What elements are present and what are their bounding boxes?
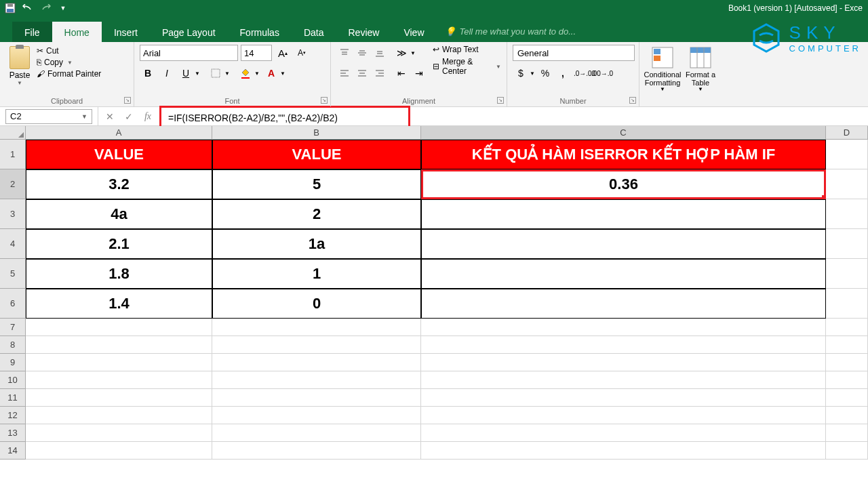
- cell[interactable]: [421, 407, 826, 424]
- col-header-d[interactable]: D: [826, 126, 868, 139]
- cell[interactable]: 1: [212, 259, 421, 289]
- cell-selected[interactable]: 0.36: [421, 169, 826, 199]
- cell[interactable]: [826, 140, 868, 169]
- dialog-launcher-icon[interactable]: ↘: [629, 97, 636, 104]
- cell[interactable]: [421, 424, 826, 442]
- cell[interactable]: [212, 407, 421, 424]
- cell[interactable]: [421, 199, 826, 229]
- cell[interactable]: [826, 289, 868, 319]
- align-middle-icon[interactable]: [354, 45, 370, 61]
- fill-dropdown-icon[interactable]: ▼: [254, 65, 260, 81]
- italic-button[interactable]: I: [159, 65, 175, 81]
- cell[interactable]: VALUE: [212, 140, 421, 169]
- cell[interactable]: [421, 319, 826, 336]
- cell[interactable]: 1.4: [26, 289, 212, 319]
- tab-data[interactable]: Data: [292, 22, 336, 42]
- row-header[interactable]: 2: [0, 169, 26, 199]
- cell[interactable]: [826, 442, 868, 460]
- tab-review[interactable]: Review: [336, 22, 392, 42]
- decrease-indent-icon[interactable]: ⇤: [393, 65, 410, 81]
- increase-decimal-icon[interactable]: .0→.00: [576, 65, 593, 81]
- tab-formulas[interactable]: Formulas: [228, 22, 292, 42]
- select-all-button[interactable]: [0, 126, 26, 139]
- cell[interactable]: [421, 389, 826, 407]
- cell[interactable]: [26, 424, 212, 442]
- bold-button[interactable]: B: [140, 65, 156, 81]
- fill-color-button[interactable]: [237, 65, 254, 81]
- cell[interactable]: [826, 229, 868, 259]
- cell[interactable]: VALUE: [26, 140, 212, 169]
- cell[interactable]: [421, 442, 826, 460]
- number-format-select[interactable]: [513, 45, 635, 61]
- col-header-a[interactable]: A: [26, 126, 212, 139]
- cell[interactable]: [421, 259, 826, 289]
- cell[interactable]: [421, 289, 826, 319]
- name-box-dropdown-icon[interactable]: ▼: [81, 113, 87, 120]
- tab-view[interactable]: View: [391, 22, 436, 42]
- row-header[interactable]: 10: [0, 371, 26, 389]
- row-header[interactable]: 6: [0, 289, 26, 319]
- cell[interactable]: [421, 354, 826, 371]
- insert-function-icon[interactable]: fx: [139, 109, 157, 124]
- redo-icon[interactable]: [39, 2, 52, 14]
- row-header[interactable]: 12: [0, 407, 26, 424]
- cancel-formula-icon[interactable]: ✕: [101, 109, 119, 124]
- cell[interactable]: [826, 169, 868, 199]
- format-painter-button[interactable]: 🖌Format Painter: [37, 69, 101, 79]
- cell[interactable]: 2.1: [26, 229, 212, 259]
- cell[interactable]: [826, 354, 868, 371]
- copy-button[interactable]: ⎘Copy▼: [37, 58, 101, 67]
- cell[interactable]: [212, 354, 421, 371]
- cell[interactable]: [26, 319, 212, 336]
- row-header[interactable]: 11: [0, 389, 26, 407]
- row-header[interactable]: 5: [0, 259, 26, 289]
- underline-dropdown-icon[interactable]: ▼: [194, 65, 201, 81]
- cell[interactable]: [212, 442, 421, 460]
- cell[interactable]: [212, 424, 421, 442]
- format-table-button[interactable]: Format a Table▼: [683, 46, 718, 93]
- row-header[interactable]: 3: [0, 199, 26, 229]
- align-center-icon[interactable]: [354, 65, 370, 81]
- borders-button[interactable]: [208, 65, 224, 81]
- formula-input[interactable]: [164, 110, 406, 125]
- name-box[interactable]: C2 ▼: [5, 109, 92, 124]
- cell[interactable]: [26, 442, 212, 460]
- tab-insert[interactable]: Insert: [102, 22, 150, 42]
- cell[interactable]: [826, 199, 868, 229]
- col-header-c[interactable]: C: [421, 126, 826, 139]
- cell[interactable]: [826, 389, 868, 407]
- cell[interactable]: 5: [212, 169, 421, 199]
- cell[interactable]: 2: [212, 199, 421, 229]
- row-header[interactable]: 8: [0, 336, 26, 354]
- dialog-launcher-icon[interactable]: ↘: [321, 97, 328, 104]
- cut-button[interactable]: ✂Cut: [37, 46, 101, 56]
- cell[interactable]: [212, 371, 421, 389]
- cell[interactable]: [212, 336, 421, 354]
- cell[interactable]: [421, 229, 826, 259]
- save-icon[interactable]: [4, 2, 16, 14]
- cell[interactable]: [212, 389, 421, 407]
- decrease-decimal-icon[interactable]: .00→.0: [594, 65, 610, 81]
- cell[interactable]: 3.2: [26, 169, 212, 199]
- col-header-b[interactable]: B: [212, 126, 421, 139]
- align-bottom-icon[interactable]: [372, 45, 388, 61]
- merge-center-button[interactable]: ⊟Merge & Center▼: [433, 57, 501, 76]
- align-left-icon[interactable]: [336, 65, 353, 81]
- qat-dropdown-icon[interactable]: ▼: [57, 2, 69, 14]
- cell[interactable]: [26, 336, 212, 354]
- cell[interactable]: [826, 424, 868, 442]
- cell[interactable]: 1.8: [26, 259, 212, 289]
- wrap-text-button[interactable]: ↩Wrap Text: [433, 45, 501, 54]
- paste-button[interactable]: Paste ▼: [5, 45, 34, 86]
- dialog-launcher-icon[interactable]: ↘: [124, 97, 131, 104]
- decrease-font-icon[interactable]: A▾: [294, 45, 310, 61]
- cell[interactable]: 4a: [26, 199, 212, 229]
- font-color-button[interactable]: A: [263, 65, 279, 81]
- cell[interactable]: 0: [212, 289, 421, 319]
- accounting-format-icon[interactable]: $: [513, 65, 529, 81]
- row-header[interactable]: 7: [0, 319, 26, 336]
- row-header[interactable]: 9: [0, 354, 26, 371]
- cell[interactable]: [826, 371, 868, 389]
- cell[interactable]: [826, 336, 868, 354]
- cell[interactable]: [421, 336, 826, 354]
